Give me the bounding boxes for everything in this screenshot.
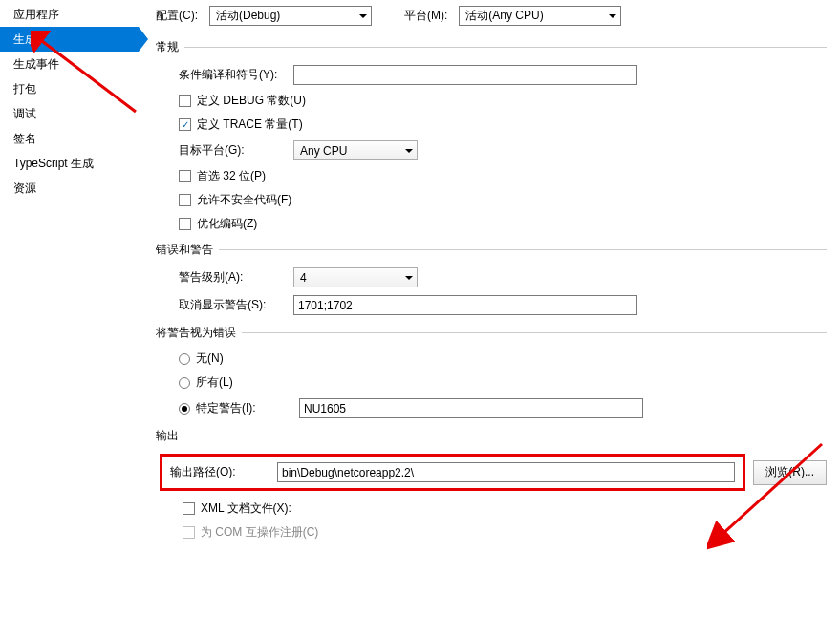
sidebar-item-build-events[interactable]: 生成事件 — [0, 52, 139, 76]
sidebar-item-build[interactable]: 生成 — [0, 27, 139, 52]
warning-level-label: 警告级别(A): — [179, 269, 293, 286]
main-panel: 配置(C): 活动(Debug) 平台(M): 活动(Any CPU) 常规 条… — [139, 0, 840, 638]
prefer-32bit-checkbox[interactable] — [179, 170, 191, 182]
chevron-down-icon — [405, 149, 413, 153]
config-dropdown[interactable]: 活动(Debug) — [209, 6, 372, 26]
target-platform-label: 目标平台(G): — [179, 142, 293, 159]
section-general: 常规 — [156, 39, 179, 55]
section-treat-as-error: 将警告视为错误 — [156, 325, 236, 341]
sidebar-item-package[interactable]: 打包 — [0, 76, 139, 101]
suppress-warnings-input[interactable] — [293, 295, 637, 315]
suppress-warnings-label: 取消显示警告(S): — [179, 297, 293, 313]
sidebar-item-typescript-build[interactable]: TypeScript 生成 — [0, 151, 139, 176]
define-trace-label: 定义 TRACE 常量(T) — [197, 117, 303, 133]
config-label: 配置(C): — [156, 8, 198, 24]
prefer-32bit-label: 首选 32 位(P) — [197, 168, 266, 184]
sidebar-item-debug[interactable]: 调试 — [0, 101, 139, 126]
treat-none-label: 无(N) — [196, 351, 224, 367]
com-register-checkbox — [183, 526, 195, 539]
treat-all-label: 所有(L) — [196, 374, 233, 391]
chevron-down-icon — [359, 14, 367, 18]
output-path-label: 输出路径(O): — [170, 464, 277, 480]
optimize-label: 优化编码(Z) — [197, 216, 257, 232]
com-register-label: 为 COM 互操作注册(C) — [201, 524, 318, 541]
define-trace-checkbox[interactable]: ✓ — [179, 118, 191, 131]
section-errors: 错误和警告 — [156, 242, 213, 258]
allow-unsafe-checkbox[interactable] — [179, 194, 191, 206]
conditional-symbols-label: 条件编译和符号(Y): — [179, 67, 293, 83]
sidebar-item-application[interactable]: 应用程序 — [0, 2, 139, 27]
allow-unsafe-label: 允许不安全代码(F) — [197, 192, 291, 208]
treat-all-radio[interactable] — [179, 377, 190, 389]
warning-level-dropdown[interactable]: 4 — [293, 267, 418, 287]
platform-label: 平台(M): — [404, 8, 447, 24]
optimize-checkbox[interactable] — [179, 218, 191, 230]
treat-specific-input[interactable] — [299, 398, 643, 418]
treat-specific-label: 特定警告(I): — [196, 400, 299, 416]
xml-doc-label: XML 文档文件(X): — [201, 500, 291, 517]
chevron-down-icon — [609, 14, 616, 18]
platform-dropdown[interactable]: 活动(Any CPU) — [459, 6, 621, 26]
sidebar-item-resources[interactable]: 资源 — [0, 176, 139, 201]
browse-button[interactable]: 浏览(R)... — [753, 460, 827, 485]
define-debug-label: 定义 DEBUG 常数(U) — [197, 93, 306, 109]
output-path-input[interactable] — [277, 462, 735, 482]
sidebar-item-signing[interactable]: 签名 — [0, 126, 139, 151]
treat-none-radio[interactable] — [179, 353, 190, 365]
chevron-down-icon — [405, 276, 413, 280]
treat-specific-radio[interactable] — [179, 403, 190, 415]
target-platform-dropdown[interactable]: Any CPU — [293, 140, 418, 160]
conditional-symbols-input[interactable] — [293, 65, 637, 85]
output-path-highlight: 输出路径(O): — [160, 454, 745, 491]
xml-doc-checkbox[interactable] — [183, 502, 195, 515]
sidebar: 应用程序 生成 生成事件 打包 调试 签名 TypeScript 生成 资源 — [0, 0, 139, 638]
section-output: 输出 — [156, 428, 179, 444]
define-debug-checkbox[interactable] — [179, 95, 191, 107]
